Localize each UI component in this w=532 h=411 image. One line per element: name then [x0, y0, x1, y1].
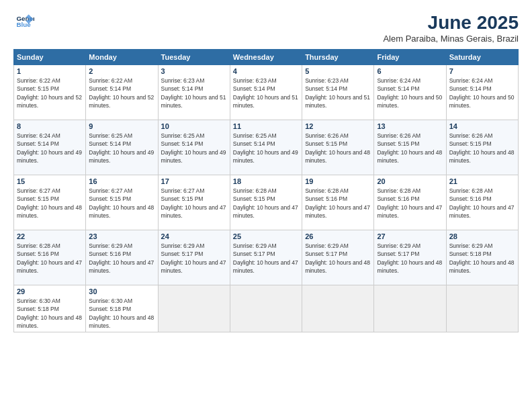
- day-info: Sunrise: 6:29 AMSunset: 5:17 PMDaylight:…: [305, 242, 371, 275]
- table-row: 29Sunrise: 6:30 AMSunset: 5:18 PMDayligh…: [14, 285, 86, 332]
- table-row: 4Sunrise: 6:23 AMSunset: 5:14 PMDaylight…: [230, 65, 302, 120]
- day-number: 8: [17, 122, 83, 130]
- day-number: 4: [233, 67, 299, 75]
- table-row: 9Sunrise: 6:25 AMSunset: 5:14 PMDaylight…: [86, 120, 158, 175]
- day-info: Sunrise: 6:25 AMSunset: 5:14 PMDaylight:…: [89, 132, 154, 165]
- table-row: 28Sunrise: 6:29 AMSunset: 5:18 PMDayligh…: [446, 230, 518, 285]
- day-info: Sunrise: 6:29 AMSunset: 5:17 PMDaylight:…: [161, 242, 227, 275]
- day-number: 12: [305, 122, 371, 130]
- day-number: 26: [305, 232, 371, 240]
- table-row: [446, 285, 518, 332]
- day-number: 21: [449, 177, 515, 185]
- table-row: 2Sunrise: 6:22 AMSunset: 5:14 PMDaylight…: [86, 65, 158, 120]
- table-row: 15Sunrise: 6:27 AMSunset: 5:15 PMDayligh…: [14, 175, 86, 230]
- title-block: June 2025 Alem Paraiba, Minas Gerais, Br…: [383, 12, 519, 44]
- day-number: 2: [89, 67, 154, 75]
- table-row: 23Sunrise: 6:29 AMSunset: 5:16 PMDayligh…: [86, 230, 158, 285]
- table-row: 25Sunrise: 6:29 AMSunset: 5:17 PMDayligh…: [230, 230, 302, 285]
- table-row: 3Sunrise: 6:23 AMSunset: 5:14 PMDaylight…: [158, 65, 230, 120]
- header: General Blue June 2025 Alem Paraiba, Min…: [13, 12, 519, 44]
- table-row: 8Sunrise: 6:24 AMSunset: 5:14 PMDaylight…: [14, 120, 86, 175]
- table-row: 11Sunrise: 6:25 AMSunset: 5:14 PMDayligh…: [230, 120, 302, 175]
- day-number: 18: [233, 177, 299, 185]
- day-info: Sunrise: 6:24 AMSunset: 5:14 PMDaylight:…: [377, 77, 443, 109]
- day-number: 28: [449, 232, 515, 240]
- day-info: Sunrise: 6:28 AMSunset: 5:16 PMDaylight:…: [377, 187, 443, 220]
- day-number: 1: [17, 67, 83, 75]
- day-number: 15: [17, 177, 83, 185]
- day-info: Sunrise: 6:24 AMSunset: 5:14 PMDaylight:…: [449, 77, 515, 109]
- day-info: Sunrise: 6:26 AMSunset: 5:15 PMDaylight:…: [305, 132, 371, 165]
- table-row: 6Sunrise: 6:24 AMSunset: 5:14 PMDaylight…: [374, 65, 446, 120]
- day-info: Sunrise: 6:23 AMSunset: 5:14 PMDaylight:…: [233, 77, 299, 109]
- day-info: Sunrise: 6:23 AMSunset: 5:14 PMDaylight:…: [161, 77, 227, 109]
- day-number: 23: [89, 232, 154, 240]
- table-row: 13Sunrise: 6:26 AMSunset: 5:15 PMDayligh…: [374, 120, 446, 175]
- month-title: June 2025: [383, 12, 519, 34]
- table-row: 5Sunrise: 6:23 AMSunset: 5:14 PMDaylight…: [302, 65, 374, 120]
- day-number: 19: [305, 177, 371, 185]
- col-sunday: Sunday: [14, 50, 86, 65]
- day-number: 6: [377, 67, 443, 75]
- day-number: 3: [161, 67, 227, 75]
- day-number: 11: [233, 122, 299, 130]
- table-row: 22Sunrise: 6:28 AMSunset: 5:16 PMDayligh…: [14, 230, 86, 285]
- day-info: Sunrise: 6:23 AMSunset: 5:14 PMDaylight:…: [305, 77, 371, 109]
- day-number: 17: [161, 177, 227, 185]
- table-row: 19Sunrise: 6:28 AMSunset: 5:16 PMDayligh…: [302, 175, 374, 230]
- table-row: 17Sunrise: 6:27 AMSunset: 5:15 PMDayligh…: [158, 175, 230, 230]
- day-number: 16: [89, 177, 154, 185]
- day-number: 27: [377, 232, 443, 240]
- location: Alem Paraiba, Minas Gerais, Brazil: [383, 34, 519, 44]
- day-info: Sunrise: 6:29 AMSunset: 5:17 PMDaylight:…: [233, 242, 299, 275]
- table-row: 26Sunrise: 6:29 AMSunset: 5:17 PMDayligh…: [302, 230, 374, 285]
- day-number: 10: [161, 122, 227, 130]
- day-info: Sunrise: 6:30 AMSunset: 5:18 PMDaylight:…: [89, 297, 154, 330]
- col-friday: Friday: [374, 50, 446, 65]
- table-row: 20Sunrise: 6:28 AMSunset: 5:16 PMDayligh…: [374, 175, 446, 230]
- table-row: 12Sunrise: 6:26 AMSunset: 5:15 PMDayligh…: [302, 120, 374, 175]
- calendar: Sunday Monday Tuesday Wednesday Thursday…: [13, 49, 519, 332]
- day-number: 7: [449, 67, 515, 75]
- day-info: Sunrise: 6:26 AMSunset: 5:15 PMDaylight:…: [449, 132, 515, 165]
- day-number: 25: [233, 232, 299, 240]
- col-thursday: Thursday: [302, 50, 374, 65]
- table-row: 10Sunrise: 6:25 AMSunset: 5:14 PMDayligh…: [158, 120, 230, 175]
- col-tuesday: Tuesday: [158, 50, 230, 65]
- calendar-header-row: Sunday Monday Tuesday Wednesday Thursday…: [14, 50, 519, 65]
- table-row: 30Sunrise: 6:30 AMSunset: 5:18 PMDayligh…: [86, 285, 158, 332]
- day-info: Sunrise: 6:28 AMSunset: 5:16 PMDaylight:…: [17, 242, 83, 275]
- table-row: 14Sunrise: 6:26 AMSunset: 5:15 PMDayligh…: [446, 120, 518, 175]
- logo-icon: General Blue: [15, 12, 34, 31]
- day-info: Sunrise: 6:26 AMSunset: 5:15 PMDaylight:…: [377, 132, 443, 165]
- day-info: Sunrise: 6:29 AMSunset: 5:17 PMDaylight:…: [377, 242, 443, 275]
- day-number: 30: [89, 287, 154, 295]
- page: General Blue June 2025 Alem Paraiba, Min…: [0, 0, 532, 411]
- day-info: Sunrise: 6:27 AMSunset: 5:15 PMDaylight:…: [89, 187, 154, 220]
- day-info: Sunrise: 6:22 AMSunset: 5:14 PMDaylight:…: [89, 77, 154, 109]
- table-row: 27Sunrise: 6:29 AMSunset: 5:17 PMDayligh…: [374, 230, 446, 285]
- day-info: Sunrise: 6:30 AMSunset: 5:18 PMDaylight:…: [17, 297, 83, 330]
- table-row: 16Sunrise: 6:27 AMSunset: 5:15 PMDayligh…: [86, 175, 158, 230]
- col-wednesday: Wednesday: [230, 50, 302, 65]
- day-number: 5: [305, 67, 371, 75]
- day-number: 20: [377, 177, 443, 185]
- day-number: 22: [17, 232, 83, 240]
- table-row: 1Sunrise: 6:22 AMSunset: 5:15 PMDaylight…: [14, 65, 86, 120]
- table-row: 21Sunrise: 6:28 AMSunset: 5:16 PMDayligh…: [446, 175, 518, 230]
- day-number: 29: [17, 287, 83, 295]
- day-number: 24: [161, 232, 227, 240]
- table-row: [158, 285, 230, 332]
- day-info: Sunrise: 6:25 AMSunset: 5:14 PMDaylight:…: [161, 132, 227, 165]
- day-info: Sunrise: 6:28 AMSunset: 5:15 PMDaylight:…: [233, 187, 299, 220]
- logo: General Blue: [13, 12, 34, 31]
- day-info: Sunrise: 6:24 AMSunset: 5:14 PMDaylight:…: [17, 132, 83, 165]
- day-info: Sunrise: 6:25 AMSunset: 5:14 PMDaylight:…: [233, 132, 299, 165]
- day-info: Sunrise: 6:28 AMSunset: 5:16 PMDaylight:…: [305, 187, 371, 220]
- table-row: [302, 285, 374, 332]
- day-info: Sunrise: 6:22 AMSunset: 5:15 PMDaylight:…: [17, 77, 83, 109]
- table-row: [374, 285, 446, 332]
- day-info: Sunrise: 6:27 AMSunset: 5:15 PMDaylight:…: [161, 187, 227, 220]
- table-row: 24Sunrise: 6:29 AMSunset: 5:17 PMDayligh…: [158, 230, 230, 285]
- day-info: Sunrise: 6:28 AMSunset: 5:16 PMDaylight:…: [449, 187, 515, 220]
